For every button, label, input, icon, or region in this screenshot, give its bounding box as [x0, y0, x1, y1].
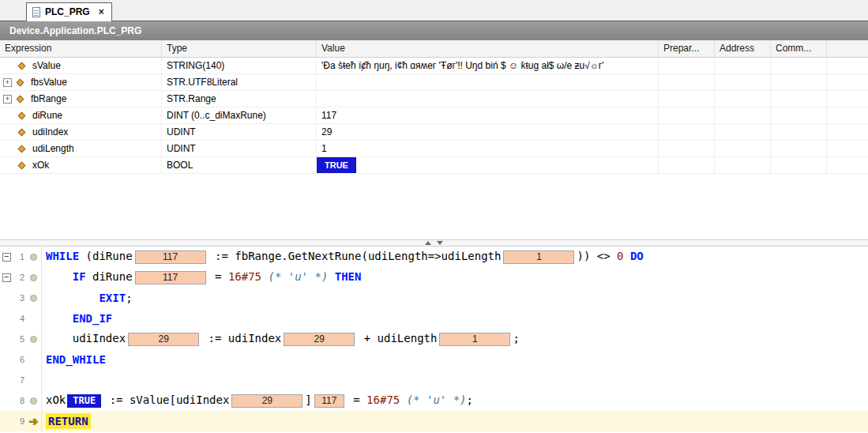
expression-cell: +fbRange [0, 91, 162, 107]
prepared-value-cell[interactable] [659, 141, 715, 156]
column-header-address[interactable]: Address [715, 40, 771, 57]
comment-cell [771, 107, 827, 123]
code-token [623, 250, 629, 262]
value-cell[interactable]: 1 [317, 141, 659, 156]
return-statement: RETURN [46, 413, 91, 429]
column-header-type[interactable]: Type [162, 40, 317, 57]
column-header-prepar[interactable]: Prepar... [659, 40, 715, 57]
line-number: 4 [13, 314, 26, 323]
value-cell[interactable]: 29 [317, 124, 659, 140]
code-editor[interactable]: −1WHILE (diRune117 := fbRange.GetNextRun… [0, 247, 868, 433]
watch-table: ExpressionTypeValuePrepar...AddressComm.… [0, 40, 868, 239]
breadcrumb-title: Device.Application.PLC_PRG [9, 25, 141, 36]
comment-cell [771, 157, 827, 173]
variable-icon [18, 161, 26, 169]
breakpoint-dot-icon[interactable] [30, 295, 37, 302]
breakpoint-dot-icon[interactable] [30, 254, 37, 261]
comment-cell [771, 91, 827, 107]
value-cell[interactable] [317, 74, 659, 90]
code-line-1[interactable]: −1WHILE (diRune117 := fbRange.GetNextRun… [0, 247, 868, 267]
filler-cell [827, 91, 868, 107]
code-line-3[interactable]: 3EXIT; [0, 288, 868, 308]
variable-icon [18, 62, 26, 70]
column-header-filler [827, 40, 868, 57]
value-cell[interactable]: TRUE [317, 157, 659, 173]
watch-row-fbRange[interactable]: +fbRangeSTR.Range [0, 91, 868, 107]
prepared-value-cell[interactable] [659, 107, 715, 123]
expression-name: xOk [32, 160, 49, 171]
line-number: 8 [13, 396, 26, 405]
tab-strip: PLC_PRG × [0, 0, 868, 21]
code-line-4[interactable]: 4END_IF [0, 308, 868, 329]
address-cell [715, 74, 771, 90]
expand-icon[interactable]: + [3, 78, 12, 87]
value-cell[interactable] [317, 91, 659, 107]
column-header-expression[interactable]: Expression [0, 40, 162, 57]
code-token: := udiIndex [201, 332, 281, 345]
code-text: IF diRune117 = 16#75 (* 'u' *) THEN [46, 270, 361, 284]
column-header-comm[interactable]: Comm... [771, 40, 827, 57]
watch-table-header: ExpressionTypeValuePrepar...AddressComm.… [0, 40, 868, 58]
code-token: udiIndex [73, 332, 126, 345]
code-token: = [209, 270, 228, 283]
expression-name: udiIndex [32, 126, 68, 137]
variable-icon [18, 128, 26, 136]
watch-row-xOk[interactable]: xOkBOOLTRUE [0, 157, 868, 174]
close-icon[interactable]: × [99, 6, 104, 17]
collapse-icon[interactable]: − [2, 273, 11, 282]
code-line-8[interactable]: 8xOkTRUE := sValue[udiIndex29]117 = 16#7… [0, 390, 868, 411]
expression-cell: udiIndex [0, 124, 162, 140]
code-token [400, 393, 406, 406]
gutter-marker [26, 370, 42, 390]
inline-value-box: 1 [439, 333, 510, 346]
comment-cell [771, 58, 827, 73]
type-cell: UDINT [162, 124, 317, 140]
watch-row-sValue[interactable]: sValueSTRING(140)'Đa šŧeħ íȼħ ŋuŋ, i¢ħ ɑ… [0, 58, 868, 74]
expression-name: diRune [32, 110, 62, 121]
watch-row-udiLength[interactable]: udiLengthUDINT1 [0, 141, 868, 157]
variable-icon [18, 145, 26, 152]
variable-icon [18, 111, 26, 119]
code-line-6[interactable]: 6END_WHILE [0, 349, 868, 370]
tab-plc-prg[interactable]: PLC_PRG × [26, 2, 112, 21]
breadcrumb: Device.Application.PLC_PRG [0, 21, 868, 40]
watch-row-udiIndex[interactable]: udiIndexUDINT29 [0, 124, 868, 141]
code-line-9[interactable]: 9➔RETURN [0, 411, 868, 431]
code-line-7[interactable]: 7 [0, 370, 868, 390]
type-cell: STR.Range [162, 91, 317, 107]
breakpoint-dot-icon[interactable] [30, 336, 37, 343]
comment-cell [771, 124, 827, 140]
watch-row-fbsValue[interactable]: +fbsValueSTR.UTF8Literal [0, 74, 868, 91]
column-header-value[interactable]: Value [317, 40, 659, 57]
expand-icon[interactable]: + [3, 95, 12, 104]
code-token: + udiLength [357, 332, 437, 345]
line-number: 7 [13, 375, 26, 385]
value-cell[interactable]: 'Đa šŧeħ íȼħ ŋuŋ, i¢ħ ɑяʍeг 'Ŧøг'!! Uŋd … [317, 58, 659, 73]
watch-row-diRune[interactable]: diRuneDINT (0..c_diMaxRune)117 [0, 107, 868, 124]
collapse-icon[interactable]: − [2, 253, 11, 262]
gutter-marker: ➔ [26, 411, 42, 431]
code-token: xOk [46, 393, 66, 406]
prepared-value-cell[interactable] [659, 157, 715, 173]
splitter-handle[interactable] [0, 239, 868, 247]
comment-token: (* 'u' *) [268, 270, 328, 283]
prepared-value-cell[interactable] [659, 58, 715, 73]
type-cell: UDINT [162, 141, 317, 156]
code-text: EXIT; [46, 292, 133, 304]
code-line-2[interactable]: −2IF diRune117 = 16#75 (* 'u' *) THEN [0, 267, 868, 288]
prepared-value-cell[interactable] [659, 74, 715, 90]
inline-value-box: 29 [128, 333, 199, 346]
inline-value-box: 117 [135, 250, 206, 264]
code-token: diRune [86, 270, 133, 283]
code-text: END_IF [46, 312, 112, 325]
keyword-token: END_IF [73, 312, 113, 325]
comment-token: (* 'u' *) [407, 393, 467, 406]
prepared-value-cell[interactable] [659, 124, 715, 140]
breakpoint-dot-icon[interactable] [30, 274, 37, 281]
expression-cell: diRune [0, 107, 162, 123]
breakpoint-dot-icon[interactable] [30, 397, 37, 405]
prepared-value-cell[interactable] [659, 91, 715, 107]
value-cell[interactable]: 117 [317, 107, 659, 123]
expression-name: fbsValue [31, 77, 67, 88]
code-line-5[interactable]: 5udiIndex29 := udiIndex29 + udiLength1; [0, 329, 868, 349]
